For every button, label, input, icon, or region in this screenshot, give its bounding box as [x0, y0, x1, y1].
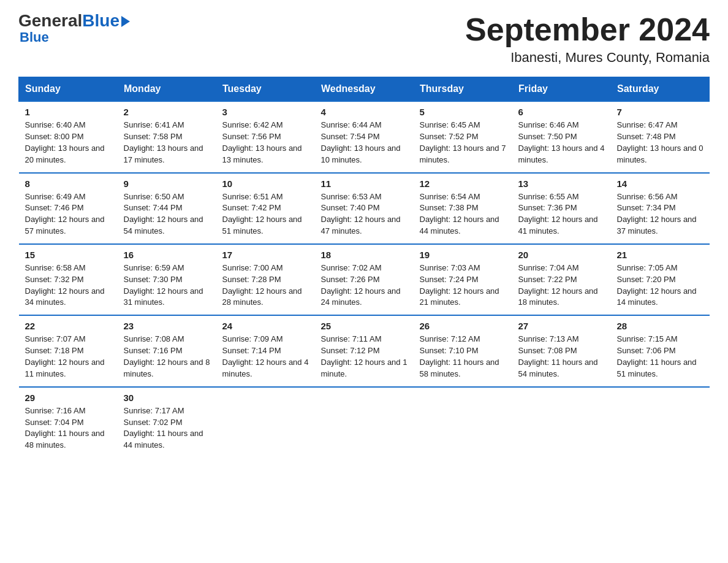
day-cell: 21Sunrise: 7:05 AM Sunset: 7:20 PM Dayli…: [611, 244, 710, 315]
day-cell: 23Sunrise: 7:08 AM Sunset: 7:16 PM Dayli…: [118, 315, 216, 386]
day-detail: Sunrise: 7:13 AM Sunset: 7:08 PM Dayligh…: [518, 334, 605, 380]
day-number: 3: [222, 107, 309, 117]
day-number: 1: [25, 107, 112, 117]
week-row-5: 29Sunrise: 7:16 AM Sunset: 7:04 PM Dayli…: [19, 387, 710, 458]
day-detail: Sunrise: 7:11 AM Sunset: 7:12 PM Dayligh…: [321, 334, 408, 380]
day-detail: Sunrise: 6:58 AM Sunset: 7:32 PM Dayligh…: [25, 262, 112, 308]
day-cell: 28Sunrise: 7:15 AM Sunset: 7:06 PM Dayli…: [611, 315, 710, 386]
header-cell-saturday: Saturday: [611, 77, 710, 102]
header-cell-monday: Monday: [118, 77, 216, 102]
header-cell-thursday: Thursday: [414, 77, 512, 102]
week-row-3: 15Sunrise: 6:58 AM Sunset: 7:32 PM Dayli…: [19, 244, 710, 315]
day-cell: 7Sunrise: 6:47 AM Sunset: 7:48 PM Daylig…: [611, 101, 710, 172]
day-detail: Sunrise: 6:53 AM Sunset: 7:40 PM Dayligh…: [321, 191, 408, 237]
day-detail: Sunrise: 7:09 AM Sunset: 7:14 PM Dayligh…: [222, 334, 309, 380]
day-cell: 29Sunrise: 7:16 AM Sunset: 7:04 PM Dayli…: [19, 387, 118, 458]
header-cell-tuesday: Tuesday: [216, 77, 315, 102]
header: General Blue Blue September 2024 Ibanest…: [18, 12, 710, 66]
day-detail: Sunrise: 7:02 AM Sunset: 7:26 PM Dayligh…: [321, 262, 408, 308]
logo-arrow-icon: [121, 16, 130, 27]
day-cell: [512, 387, 611, 458]
header-row: SundayMondayTuesdayWednesdayThursdayFrid…: [19, 77, 710, 102]
day-number: 28: [617, 321, 703, 331]
page-subtitle: Ibanesti, Mures County, Romania: [465, 50, 710, 66]
day-number: 13: [518, 178, 605, 189]
day-cell: 16Sunrise: 6:59 AM Sunset: 7:30 PM Dayli…: [118, 244, 216, 315]
day-detail: Sunrise: 6:42 AM Sunset: 7:56 PM Dayligh…: [222, 120, 309, 166]
calendar-header: SundayMondayTuesdayWednesdayThursdayFrid…: [19, 77, 710, 102]
day-cell: 6Sunrise: 6:46 AM Sunset: 7:50 PM Daylig…: [512, 101, 611, 172]
day-cell: 15Sunrise: 6:58 AM Sunset: 7:32 PM Dayli…: [19, 244, 118, 315]
day-cell: 26Sunrise: 7:12 AM Sunset: 7:10 PM Dayli…: [414, 315, 512, 386]
day-detail: Sunrise: 6:59 AM Sunset: 7:30 PM Dayligh…: [124, 262, 210, 308]
day-cell: 25Sunrise: 7:11 AM Sunset: 7:12 PM Dayli…: [315, 315, 414, 386]
day-detail: Sunrise: 7:04 AM Sunset: 7:22 PM Dayligh…: [518, 262, 605, 308]
logo-text: General Blue: [18, 12, 130, 29]
day-cell: 12Sunrise: 6:54 AM Sunset: 7:38 PM Dayli…: [414, 173, 512, 244]
day-cell: 13Sunrise: 6:55 AM Sunset: 7:36 PM Dayli…: [512, 173, 611, 244]
day-cell: [315, 387, 414, 458]
day-detail: Sunrise: 6:45 AM Sunset: 7:52 PM Dayligh…: [420, 120, 506, 166]
day-detail: Sunrise: 7:15 AM Sunset: 7:06 PM Dayligh…: [617, 334, 703, 380]
day-detail: Sunrise: 7:16 AM Sunset: 7:04 PM Dayligh…: [25, 405, 112, 451]
day-number: 14: [617, 178, 703, 189]
day-number: 19: [420, 250, 506, 260]
day-cell: 27Sunrise: 7:13 AM Sunset: 7:08 PM Dayli…: [512, 315, 611, 386]
calendar-body: 1Sunrise: 6:40 AM Sunset: 8:00 PM Daylig…: [19, 101, 710, 458]
day-cell: 4Sunrise: 6:44 AM Sunset: 7:54 PM Daylig…: [315, 101, 414, 172]
day-number: 21: [617, 250, 703, 260]
logo-subtitle: Blue: [20, 29, 49, 45]
day-number: 4: [321, 107, 408, 117]
day-cell: 19Sunrise: 7:03 AM Sunset: 7:24 PM Dayli…: [414, 244, 512, 315]
day-detail: Sunrise: 6:56 AM Sunset: 7:34 PM Dayligh…: [617, 191, 703, 237]
day-cell: 8Sunrise: 6:49 AM Sunset: 7:46 PM Daylig…: [19, 173, 118, 244]
day-number: 18: [321, 250, 408, 260]
logo: General Blue Blue: [18, 12, 130, 45]
day-cell: 18Sunrise: 7:02 AM Sunset: 7:26 PM Dayli…: [315, 244, 414, 315]
header-cell-sunday: Sunday: [19, 77, 118, 102]
day-number: 20: [518, 250, 605, 260]
day-number: 22: [25, 321, 112, 331]
day-cell: [216, 387, 315, 458]
day-number: 24: [222, 321, 309, 331]
day-cell: 17Sunrise: 7:00 AM Sunset: 7:28 PM Dayli…: [216, 244, 315, 315]
day-detail: Sunrise: 6:49 AM Sunset: 7:46 PM Dayligh…: [25, 191, 112, 237]
day-detail: Sunrise: 7:00 AM Sunset: 7:28 PM Dayligh…: [222, 262, 309, 308]
title-area: September 2024 Ibanesti, Mures County, R…: [465, 12, 710, 66]
day-detail: Sunrise: 6:44 AM Sunset: 7:54 PM Dayligh…: [321, 120, 408, 166]
day-detail: Sunrise: 7:17 AM Sunset: 7:02 PM Dayligh…: [124, 405, 210, 451]
day-number: 15: [25, 250, 112, 260]
day-detail: Sunrise: 6:50 AM Sunset: 7:44 PM Dayligh…: [124, 191, 210, 237]
day-number: 9: [124, 178, 210, 189]
week-row-4: 22Sunrise: 7:07 AM Sunset: 7:18 PM Dayli…: [19, 315, 710, 386]
page-title: September 2024: [465, 12, 710, 47]
day-detail: Sunrise: 7:05 AM Sunset: 7:20 PM Dayligh…: [617, 262, 703, 308]
logo-blue-text: Blue: [82, 12, 119, 29]
day-number: 27: [518, 321, 605, 331]
day-number: 7: [617, 107, 703, 117]
day-detail: Sunrise: 6:51 AM Sunset: 7:42 PM Dayligh…: [222, 191, 309, 237]
day-number: 30: [124, 393, 210, 403]
day-detail: Sunrise: 6:54 AM Sunset: 7:38 PM Dayligh…: [420, 191, 506, 237]
day-number: 26: [420, 321, 506, 331]
day-number: 5: [420, 107, 506, 117]
day-number: 8: [25, 178, 112, 189]
day-number: 2: [124, 107, 210, 117]
week-row-1: 1Sunrise: 6:40 AM Sunset: 8:00 PM Daylig…: [19, 101, 710, 172]
day-number: 16: [124, 250, 210, 260]
day-detail: Sunrise: 7:08 AM Sunset: 7:16 PM Dayligh…: [124, 334, 210, 380]
day-cell: 1Sunrise: 6:40 AM Sunset: 8:00 PM Daylig…: [19, 101, 118, 172]
header-cell-wednesday: Wednesday: [315, 77, 414, 102]
day-cell: 30Sunrise: 7:17 AM Sunset: 7:02 PM Dayli…: [118, 387, 216, 458]
logo-general: General: [18, 12, 82, 29]
day-cell: 20Sunrise: 7:04 AM Sunset: 7:22 PM Dayli…: [512, 244, 611, 315]
day-detail: Sunrise: 7:03 AM Sunset: 7:24 PM Dayligh…: [420, 262, 506, 308]
day-cell: 11Sunrise: 6:53 AM Sunset: 7:40 PM Dayli…: [315, 173, 414, 244]
day-cell: [414, 387, 512, 458]
day-cell: 2Sunrise: 6:41 AM Sunset: 7:58 PM Daylig…: [118, 101, 216, 172]
day-number: 17: [222, 250, 309, 260]
day-number: 6: [518, 107, 605, 117]
day-detail: Sunrise: 6:41 AM Sunset: 7:58 PM Dayligh…: [124, 120, 210, 166]
day-cell: 14Sunrise: 6:56 AM Sunset: 7:34 PM Dayli…: [611, 173, 710, 244]
day-number: 25: [321, 321, 408, 331]
